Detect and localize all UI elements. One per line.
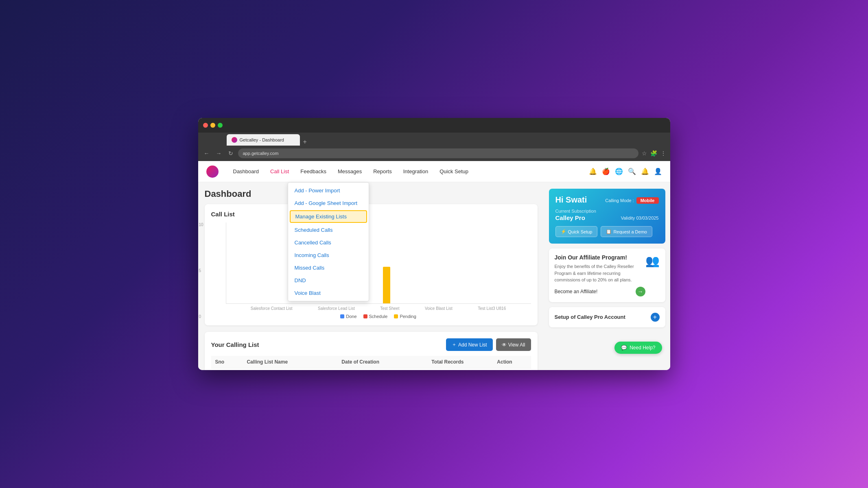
user-icon[interactable]: 👤 bbox=[654, 168, 662, 175]
globe-icon[interactable]: 🌐 bbox=[615, 168, 623, 175]
add-icon: ＋ bbox=[452, 341, 457, 348]
browser-tab[interactable]: Getcalley - Dashboard bbox=[227, 134, 300, 146]
x-label-3: Voice Blast List bbox=[425, 306, 453, 311]
col-action: Action bbox=[493, 356, 531, 368]
close-icon[interactable] bbox=[203, 123, 208, 128]
x-label-1: Salesforce Lead List bbox=[318, 306, 355, 311]
row-action-0[interactable]: ☰ bbox=[493, 368, 531, 370]
calling-list-actions: ＋ Add New List 👁 View All bbox=[446, 338, 531, 351]
nav-item-quicksetup[interactable]: Quick Setup bbox=[435, 166, 473, 177]
nav-item-reports[interactable]: Reports bbox=[368, 166, 397, 177]
row-sno-0: 20 bbox=[211, 368, 243, 370]
nav-right: 🔔 🍎 🌐 🔍 🔔 👤 bbox=[589, 168, 662, 175]
nav-item-integration[interactable]: Integration bbox=[398, 166, 433, 177]
affiliate-title: Join Our Affiliate Program! bbox=[555, 254, 645, 261]
profile-card: Hi Swati Calling Mode : Mobile Current S… bbox=[549, 189, 665, 244]
legend-schedule: Schedule bbox=[363, 314, 388, 319]
tab-title: Getcalley - Dashboard bbox=[240, 137, 284, 142]
legend-done-dot bbox=[340, 314, 344, 318]
dropdown-item-missedcalls[interactable]: Missed Calls bbox=[288, 261, 369, 274]
legend-pending-dot bbox=[394, 314, 398, 318]
setup-icon: ⚡ bbox=[561, 229, 566, 234]
browser-titlebar bbox=[198, 118, 670, 133]
col-date: Date of Creation bbox=[337, 356, 427, 368]
main-body: Dashboard Call List 10 5 0 bbox=[198, 182, 670, 370]
affiliate-desc: Enjoy the benefits of the Calley Reselle… bbox=[555, 263, 645, 283]
chart-x-labels: Salesforce Contact List Salesforce Lead … bbox=[226, 304, 531, 311]
affiliate-link[interactable]: Become an Affiliate! bbox=[555, 289, 598, 294]
affiliate-card: Join Our Affiliate Program! Enjoy the be… bbox=[549, 248, 665, 302]
affiliate-arrow-button[interactable]: → bbox=[636, 287, 645, 296]
dropdown-item-incomingcalls[interactable]: Incoming Calls bbox=[288, 249, 369, 261]
dropdown-item-voiceblast[interactable]: Voice Blast bbox=[288, 287, 369, 299]
x-label-2: Test Sheet bbox=[380, 306, 399, 311]
legend-schedule-label: Schedule bbox=[369, 314, 388, 319]
setup-plus-button[interactable]: + bbox=[651, 313, 660, 322]
table-row: 20 Salesforce Contact List 27 Jan 2025 1… bbox=[211, 368, 531, 370]
request-demo-button[interactable]: 📋 Request a Demo bbox=[601, 226, 652, 237]
setup-card: Setup of Calley Pro Account + bbox=[549, 307, 665, 327]
quick-setup-button[interactable]: ⚡ Quick Setup bbox=[555, 226, 598, 237]
nav-item-calllist[interactable]: Call List bbox=[265, 166, 294, 177]
dropdown-item-cancelledcalls[interactable]: Cancelled Calls bbox=[288, 236, 369, 249]
whatsapp-help-button[interactable]: 💬 Need Help? bbox=[614, 342, 662, 354]
x-label-4: Test List3 U816 bbox=[478, 306, 506, 311]
main-content: Dashboard Call List 10 5 0 bbox=[198, 182, 544, 370]
calling-mode-label: Calling Mode : bbox=[605, 198, 634, 203]
legend-pending-label: Pending bbox=[400, 314, 416, 319]
subscription-label: Current Subscription bbox=[555, 209, 659, 214]
back-button[interactable]: ← bbox=[202, 148, 211, 158]
nav-item-messages[interactable]: Messages bbox=[333, 166, 367, 177]
page-title: Dashboard bbox=[205, 189, 538, 199]
subscription-name: Calley Pro bbox=[555, 214, 585, 221]
new-tab-button[interactable]: + bbox=[303, 138, 307, 146]
chart-area bbox=[226, 222, 531, 304]
notification-bell-icon[interactable]: 🔔 bbox=[589, 168, 597, 175]
row-records-0: 0 bbox=[427, 368, 493, 370]
bookmark-icon[interactable]: ☆ bbox=[642, 150, 647, 157]
address-input[interactable] bbox=[238, 148, 638, 158]
apple-icon[interactable]: 🍎 bbox=[602, 168, 610, 175]
nav-item-dashboard[interactable]: Dashboard bbox=[228, 166, 264, 177]
eye-icon: 👁 bbox=[502, 342, 507, 348]
legend-done-label: Done bbox=[346, 314, 356, 319]
top-nav: Dashboard Call List Feedbacks Messages R… bbox=[198, 161, 670, 182]
add-new-list-button[interactable]: ＋ Add New List bbox=[446, 338, 493, 351]
chart-y-labels: 10 5 0 bbox=[199, 222, 203, 319]
dropdown-item-managelists[interactable]: Manage Existing Lists bbox=[290, 210, 367, 223]
legend-pending: Pending bbox=[394, 314, 416, 319]
col-records: Total Records bbox=[427, 356, 493, 368]
alert-icon[interactable]: 🔔 bbox=[641, 168, 649, 175]
search-icon[interactable]: 🔍 bbox=[628, 168, 636, 175]
bar-group-2 bbox=[367, 267, 390, 303]
profile-mode-row: Hi Swati Calling Mode : Mobile bbox=[555, 195, 659, 205]
tab-favicon bbox=[232, 137, 237, 143]
dropdown-item-powerimport[interactable]: Add - Power Import bbox=[288, 184, 369, 197]
forward-button[interactable]: → bbox=[214, 148, 223, 158]
tab-bar: Getcalley - Dashboard + bbox=[198, 133, 670, 146]
dropdown-item-dnd[interactable]: DND bbox=[288, 274, 369, 287]
refresh-button[interactable]: ↻ bbox=[227, 148, 235, 158]
calllist-dropdown: Add - Power Import Add - Google Sheet Im… bbox=[288, 182, 369, 301]
maximize-icon[interactable] bbox=[218, 123, 223, 128]
view-all-button[interactable]: 👁 View All bbox=[496, 338, 531, 351]
menu-icon[interactable]: ⋮ bbox=[660, 150, 666, 157]
extension-icon[interactable]: 🧩 bbox=[650, 150, 657, 157]
app-content: Dashboard Call List Feedbacks Messages R… bbox=[198, 161, 670, 370]
minimize-icon[interactable] bbox=[210, 123, 215, 128]
calling-list-title: Your Calling List bbox=[211, 341, 259, 348]
people-icon: 👥 bbox=[645, 254, 660, 268]
calllist-chart-section: Call List 10 5 0 bbox=[205, 204, 538, 325]
legend-done: Done bbox=[340, 314, 356, 319]
nav-item-feedbacks[interactable]: Feedbacks bbox=[295, 166, 331, 177]
nav-items: Dashboard Call List Feedbacks Messages R… bbox=[228, 166, 579, 177]
profile-greeting: Hi Swati bbox=[555, 195, 587, 205]
dropdown-item-scheduledcalls[interactable]: Scheduled Calls bbox=[288, 224, 369, 236]
address-bar: ← → ↻ ☆ 🧩 ⋮ bbox=[198, 146, 670, 161]
row-date-0: 27 Jan 2025 19:08:36 bbox=[337, 368, 427, 370]
dropdown-item-googleimport[interactable]: Add - Google Sheet Import bbox=[288, 197, 369, 209]
whatsapp-label: Need Help? bbox=[630, 345, 655, 351]
demo-icon: 📋 bbox=[606, 229, 612, 234]
col-name: Calling List Name bbox=[243, 356, 337, 368]
whatsapp-icon: 💬 bbox=[621, 345, 627, 351]
